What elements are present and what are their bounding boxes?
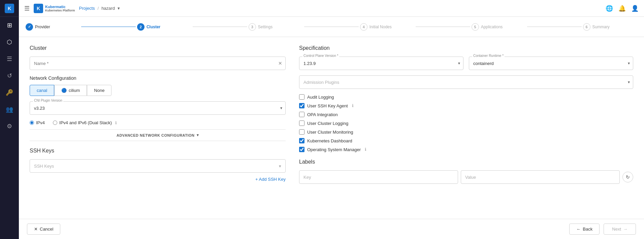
sidebar-item-grid[interactable]: ⊞ [0,17,19,34]
step-line-1 [81,27,135,27]
user-ssh-key-agent-checkbox[interactable] [299,103,304,108]
step-line-5 [527,27,581,27]
sidebar-item-users[interactable]: 👥 [0,101,19,118]
logo-icon: K [34,4,43,13]
step-circle-cluster: 2 [137,23,144,31]
advanced-network-link[interactable]: ADVANCED NETWORK CONFIGURATION ▾ [30,129,286,141]
cancel-button[interactable]: ✕ Cancel [27,224,60,235]
right-panel: Specification Control Plane Version * 1.… [299,45,633,211]
control-plane-field: Control Plane Version * 1.23.9 ▾ [299,57,463,70]
kubernetes-dashboard-label: Kubernetes Dashboard [307,138,352,143]
ssh-keys-dropdown[interactable]: SSH Keys ▾ [30,159,286,173]
dual-stack-label: IPv4 and IPv6 (Dual Stack) [59,120,112,125]
sidebar-item-clusters[interactable]: ⬡ [0,34,19,50]
topnav-actions: 🌐 🔔 👤 [606,5,639,12]
labels-section: Labels ↻ [299,159,633,184]
ip-options-group: IPv4 IPv4 and IPv6 (Dual Stack) ℹ [30,120,286,125]
cancel-x-icon: ✕ [34,227,38,232]
ipv4-radio[interactable] [30,121,34,125]
breadcrumb-projects[interactable]: Projects [79,6,95,11]
cluster-name-clear-icon[interactable]: ✕ [278,61,282,66]
step-circle-applications: 5 [472,23,479,31]
footer: ✕ Cancel ← Back Next → [19,219,644,239]
back-button[interactable]: ← Back [569,224,600,235]
opa-integration-checkbox[interactable] [299,112,304,117]
next-label: Next [612,227,621,232]
step-provider[interactable]: ✓ Provider [26,23,80,31]
step-settings[interactable]: 3 Settings [249,23,303,31]
labels-key-input[interactable] [299,170,458,184]
network-config-title: Network Configuration [30,75,286,81]
user-cluster-monitoring-label: User Cluster Monitoring [307,130,353,135]
ssh-keys-section: SSH Keys ▾ + Add SSH Key [30,159,286,173]
step-circle-settings: 3 [249,23,256,31]
user-ssh-key-agent-info-icon[interactable]: ℹ [352,103,354,108]
main-area: ☰ K Kubermatic Kubernetes Platform Proje… [19,0,644,239]
hamburger-menu[interactable]: ☰ [24,5,30,12]
next-button[interactable]: Next → [604,224,636,235]
labels-input-row: ↻ [299,170,633,184]
step-cluster[interactable]: 2 Cluster [137,23,191,31]
step-label-initial-nodes: Initial Nodes [369,25,392,29]
step-line-2 [193,27,247,27]
checkbox-opa-integration: OPA Integration [299,112,633,117]
step-label-settings: Settings [258,25,272,29]
cni-plugin-version-field: CNI Plugin Version v3.23 ▾ [30,101,286,115]
user-ssh-key-agent-label: User SSH Key Agent [307,103,348,108]
dual-stack-radio[interactable] [53,121,57,125]
bell-icon[interactable]: 🔔 [618,5,626,12]
step-initial-nodes[interactable]: 4 Initial Nodes [360,23,414,31]
labels-value-input[interactable] [461,170,620,184]
sidebar-logo-area: K [0,0,19,17]
advanced-network-label: ADVANCED NETWORK CONFIGURATION [117,133,195,137]
app-logo: K Kubermatic Kubernetes Platform [34,4,75,13]
ipv4-radio-label[interactable]: IPv4 [30,120,45,125]
user-icon[interactable]: 👤 [631,5,639,12]
breadcrumb-chevron[interactable]: ▾ [118,6,120,11]
sidebar-item-history[interactable]: ↺ [0,67,19,84]
left-panel: Cluster ✕ Network Configuration canal 🔵 … [30,45,286,211]
control-plane-label: Control Plane Version * [302,54,339,58]
user-cluster-monitoring-checkbox[interactable] [299,129,304,135]
container-runtime-select[interactable]: containerd [469,57,633,70]
osm-info-icon[interactable]: ℹ [365,147,366,152]
breadcrumb-separator: / [98,6,99,11]
add-ssh-key-button[interactable]: + Add SSH Key [255,177,286,182]
sidebar-item-settings[interactable]: ⚙ [0,118,19,135]
control-plane-select[interactable]: 1.23.9 [299,57,463,70]
sidebar-item-list[interactable]: ☰ [0,50,19,67]
step-line-3 [304,27,358,27]
cni-plugin-version-label: CNI Plugin Version [33,99,63,102]
breadcrumb: Projects / hazard ▾ [79,6,120,11]
breadcrumb-project[interactable]: hazard [101,6,115,11]
admission-plugins-select[interactable]: Admission Plugins [299,75,633,89]
cluster-name-input[interactable] [30,57,286,70]
step-label-cluster: Cluster [147,25,160,29]
checkbox-audit-logging: Audit Logging [299,94,633,100]
globe-icon[interactable]: 🌐 [606,5,613,12]
step-circle-provider: ✓ [26,23,33,31]
cni-canal-button[interactable]: canal [30,85,54,96]
app-name: Kubermatic Kubernetes Platform [45,5,75,12]
dual-stack-info-icon[interactable]: ℹ [115,121,117,125]
user-cluster-logging-checkbox[interactable] [299,121,304,126]
cni-cilium-button[interactable]: 🔵 cilium [54,85,87,96]
operating-system-manager-label: Operating System Manager [307,147,361,152]
admission-plugins-field: Admission Plugins ▾ [299,75,633,89]
step-applications[interactable]: 5 Applications [472,23,526,31]
advanced-chevron-icon: ▾ [197,133,199,137]
cni-plugin-version-select[interactable]: v3.23 [30,101,286,115]
spec-section-title: Specification [299,45,633,51]
audit-logging-checkbox[interactable] [299,94,304,100]
sidebar-item-key[interactable]: 🔑 [0,84,19,101]
dual-stack-radio-label[interactable]: IPv4 and IPv6 (Dual Stack) ℹ [53,120,117,125]
label-add-button[interactable]: ↻ [622,172,633,182]
operating-system-manager-checkbox[interactable] [299,147,304,152]
opa-integration-label: OPA Integration [307,112,338,117]
sidebar: K ⊞ ⬡ ☰ ↺ 🔑 👥 ⚙ [0,0,19,239]
step-summary[interactable]: 6 Summary [583,23,637,31]
cni-none-button[interactable]: None [87,85,111,96]
kubernetes-dashboard-checkbox[interactable] [299,138,304,143]
canal-label: canal [37,88,47,93]
ssh-keys-title: SSH Keys [30,148,286,154]
